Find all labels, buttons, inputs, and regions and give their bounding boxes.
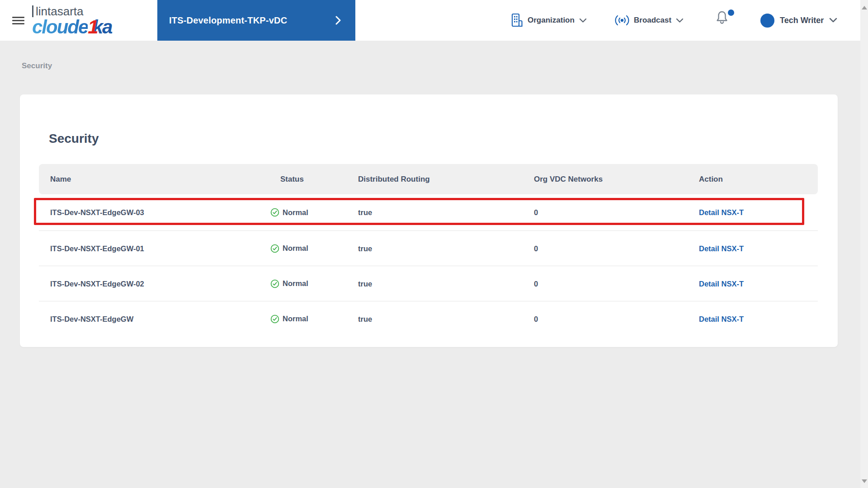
table-row: ITS-Dev-NSXT-EdgeGW-03 Normal true 0 Det… xyxy=(39,194,818,230)
broadcast-icon xyxy=(615,14,629,27)
distributed-routing-value: true xyxy=(358,244,372,253)
logo-brand-text: cloude1ka xyxy=(32,18,112,37)
vertical-scrollbar[interactable] xyxy=(860,0,868,488)
detail-nsxt-link[interactable]: Detail NSX-T xyxy=(699,208,744,217)
security-table: Name Status Distributed Routing Org VDC … xyxy=(39,164,818,336)
org-vdc-networks-value: 0 xyxy=(534,279,538,288)
gateway-name: ITS-Dev-NSXT-EdgeGW xyxy=(50,314,133,323)
user-avatar xyxy=(760,14,774,28)
organization-building-icon xyxy=(511,13,523,28)
chevron-down-icon xyxy=(829,18,837,23)
user-menu[interactable]: Tech Writer xyxy=(760,0,837,41)
status-ok-icon xyxy=(270,279,279,288)
chevron-right-icon xyxy=(335,16,341,25)
unread-notification-dot xyxy=(728,9,734,16)
status-ok-icon xyxy=(270,314,279,324)
user-name-label: Tech Writer xyxy=(780,16,824,25)
status-label: Normal xyxy=(283,279,308,288)
scroll-down-arrow[interactable] xyxy=(862,479,867,483)
table-header-row: Name Status Distributed Routing Org VDC … xyxy=(39,164,818,194)
breadcrumb: Security xyxy=(22,61,52,70)
column-header-action: Action xyxy=(699,175,723,184)
security-card: Security Name Status Distributed Routing… xyxy=(20,94,838,347)
top-header: lintasarta cloude1ka ITS-Development-TKP… xyxy=(0,0,868,41)
status-label: Normal xyxy=(283,208,308,217)
status-cell: Normal xyxy=(270,244,308,253)
bell-icon xyxy=(715,9,729,26)
logo-company-text: lintasarta xyxy=(32,5,112,17)
org-vdc-networks-value: 0 xyxy=(534,314,538,323)
org-vdc-networks-value: 0 xyxy=(534,208,538,217)
distributed-routing-value: true xyxy=(358,279,372,288)
hamburger-menu-icon[interactable] xyxy=(12,17,24,24)
vdc-selector-label: ITS-Development-TKP-vDC xyxy=(169,15,287,26)
cloudeka-logo: lintasarta cloude1ka xyxy=(32,5,112,37)
gateway-name: ITS-Dev-NSXT-EdgeGW-02 xyxy=(50,279,144,288)
chevron-down-icon xyxy=(579,18,587,23)
organization-menu[interactable]: Organization xyxy=(511,0,587,41)
status-label: Normal xyxy=(283,244,308,253)
status-cell: Normal xyxy=(270,314,308,324)
distributed-routing-value: true xyxy=(358,208,372,217)
column-header-org-vdc-networks: Org VDC Networks xyxy=(534,175,603,184)
broadcast-menu-label: Broadcast xyxy=(634,16,671,25)
gateway-name: ITS-Dev-NSXT-EdgeGW-01 xyxy=(50,244,144,253)
detail-nsxt-link[interactable]: Detail NSX-T xyxy=(699,279,744,288)
distributed-routing-value: true xyxy=(358,314,372,323)
column-header-name: Name xyxy=(50,175,71,184)
vdc-selector-button[interactable]: ITS-Development-TKP-vDC xyxy=(157,0,355,41)
column-header-status: Status xyxy=(280,175,304,184)
organization-menu-label: Organization xyxy=(528,16,575,25)
broadcast-menu[interactable]: Broadcast xyxy=(615,0,684,41)
page-title: Security xyxy=(49,131,99,146)
detail-nsxt-link[interactable]: Detail NSX-T xyxy=(699,314,744,323)
status-label: Normal xyxy=(283,314,308,323)
scroll-up-arrow[interactable] xyxy=(862,6,867,9)
table-row: ITS-Dev-NSXT-EdgeGW-02 Normal true 0 Det… xyxy=(39,266,818,301)
column-header-distributed-routing: Distributed Routing xyxy=(358,175,430,184)
chevron-down-icon xyxy=(676,18,684,23)
gateway-name: ITS-Dev-NSXT-EdgeGW-03 xyxy=(50,208,144,217)
detail-nsxt-link[interactable]: Detail NSX-T xyxy=(699,244,744,253)
status-ok-icon xyxy=(270,208,279,217)
status-ok-icon xyxy=(270,244,279,253)
org-vdc-networks-value: 0 xyxy=(534,244,538,253)
notifications-button[interactable] xyxy=(715,9,735,28)
status-cell: Normal xyxy=(270,208,308,217)
table-row: ITS-Dev-NSXT-EdgeGW-01 Normal true 0 Det… xyxy=(39,230,818,266)
table-row: ITS-Dev-NSXT-EdgeGW Normal true 0 Detail… xyxy=(39,301,818,336)
status-cell: Normal xyxy=(270,279,308,288)
